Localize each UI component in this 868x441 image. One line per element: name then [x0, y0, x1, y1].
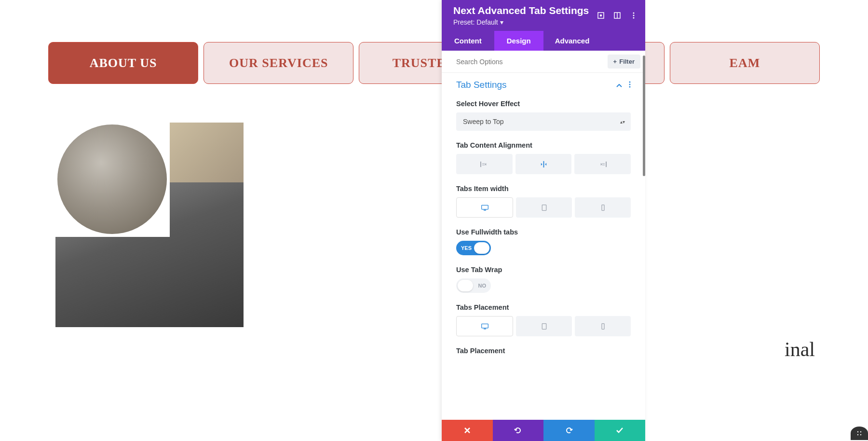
svg-point-5	[633, 15, 635, 16]
redo-button[interactable]	[543, 420, 595, 441]
fullwidth-toggle[interactable]: YES	[456, 241, 491, 255]
svg-point-6	[633, 17, 635, 19]
columns-icon[interactable]	[613, 12, 621, 19]
filter-button[interactable]: + Filter	[608, 55, 640, 69]
panel-footer	[442, 420, 645, 441]
align-center-button[interactable]	[515, 154, 572, 174]
scrollbar-thumb[interactable]	[643, 55, 645, 176]
section-heading[interactable]: Tab Settings	[456, 80, 631, 90]
section-title: Tab Settings	[456, 80, 507, 90]
svg-point-4	[633, 13, 635, 14]
svg-point-9	[629, 86, 631, 88]
panel-title: Next Advanced Tab Settings	[453, 5, 589, 16]
toggle-knob	[474, 242, 489, 254]
svg-rect-14	[483, 209, 486, 210]
tab-label: EAM	[730, 56, 760, 70]
content-alignment-label: Tab Content Alignment	[456, 141, 631, 149]
svg-rect-20	[601, 323, 604, 329]
placement-tablet-button[interactable]	[516, 316, 572, 336]
panel-body[interactable]: Tab Settings Select Hover Effect Sweep t…	[442, 73, 645, 420]
hover-effect-label: Select Hover Effect	[456, 100, 631, 108]
svg-rect-18	[483, 328, 486, 329]
tab-team[interactable]: EAM	[670, 42, 820, 84]
svg-rect-11	[543, 161, 544, 167]
svg-rect-10	[480, 161, 481, 166]
panel-tabs: Content Design Advanced	[442, 31, 645, 51]
panel-tab-content[interactable]: Content	[442, 31, 494, 51]
svg-point-22	[860, 431, 861, 432]
toggle-yes-label: YES	[461, 245, 472, 251]
device-desktop-button[interactable]	[456, 197, 513, 218]
close-button[interactable]	[442, 420, 493, 441]
align-right-button[interactable]	[574, 154, 631, 174]
undo-button[interactable]	[493, 420, 544, 441]
tab-label: OUR SERVICES	[229, 56, 328, 70]
chevron-up-icon[interactable]	[616, 80, 622, 90]
circle-image-justice	[55, 122, 169, 236]
tab-our-services[interactable]: OUR SERVICES	[203, 42, 353, 84]
panel-tab-advanced[interactable]: Advanced	[543, 31, 601, 51]
tab-content-area	[48, 123, 820, 327]
toggle-knob	[458, 280, 473, 291]
tab-wrap-label: Use Tab Wrap	[456, 266, 631, 274]
device-tablet-button[interactable]	[516, 197, 572, 218]
panel-header: Next Advanced Tab Settings Preset: Defau…	[442, 0, 645, 31]
align-left-button[interactable]	[456, 154, 513, 174]
expand-icon[interactable]	[597, 12, 605, 19]
placement-desktop-button[interactable]	[456, 316, 513, 336]
device-phone-button[interactable]	[575, 197, 631, 218]
tab-label: ABOUT US	[90, 56, 157, 70]
preset-selector[interactable]: Preset: Default ▾	[453, 18, 589, 26]
search-input[interactable]	[456, 58, 608, 66]
about-image-block	[55, 123, 244, 327]
floating-action-button[interactable]	[851, 427, 868, 440]
svg-point-1	[600, 15, 602, 16]
svg-rect-19	[542, 323, 546, 329]
tab-about-us[interactable]: ABOUT US	[48, 42, 198, 84]
preset-label: Preset:	[453, 18, 475, 26]
plus-icon: +	[613, 58, 617, 65]
toggle-no-label: NO	[478, 283, 487, 289]
section-more-icon[interactable]	[629, 80, 631, 90]
partial-heading-text: inal	[785, 338, 815, 361]
panel-tab-design[interactable]: Design	[494, 31, 543, 51]
placement-phone-button[interactable]	[575, 316, 631, 336]
hover-effect-select[interactable]: Sweep to Top	[456, 112, 631, 131]
svg-rect-17	[481, 324, 488, 328]
svg-rect-16	[601, 205, 604, 210]
tabs-placement-label: Tabs Placement	[456, 303, 631, 311]
page-tabs-row: ABOUT US OUR SERVICES TRUSTED US EAM	[48, 42, 820, 84]
filter-label: Filter	[619, 58, 635, 65]
svg-point-8	[629, 84, 631, 85]
settings-panel: Next Advanced Tab Settings Preset: Defau…	[442, 0, 645, 441]
item-width-label: Tabs Item width	[456, 185, 631, 193]
svg-rect-12	[606, 161, 607, 166]
svg-rect-13	[481, 205, 488, 209]
caret-down-icon: ▾	[500, 18, 503, 26]
svg-point-24	[860, 434, 861, 435]
tab-wrap-toggle[interactable]: NO	[456, 278, 491, 293]
save-button[interactable]	[595, 420, 646, 441]
search-filter-row: + Filter	[442, 51, 645, 73]
svg-point-7	[629, 82, 631, 83]
svg-point-21	[857, 431, 858, 432]
svg-point-23	[857, 434, 858, 435]
more-vertical-icon[interactable]	[630, 12, 637, 19]
svg-rect-15	[542, 205, 546, 210]
preset-value: Default	[476, 18, 498, 26]
fullwidth-label: Use Fullwidth tabs	[456, 228, 631, 236]
tab-placement-label: Tab Placement	[456, 347, 631, 355]
